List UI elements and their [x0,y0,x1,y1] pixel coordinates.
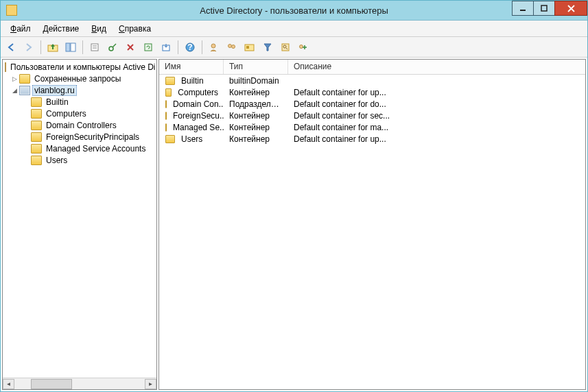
folder-icon [165,123,167,132]
list-body: BuiltinbuiltinDomainComputersКонтейнерDe… [159,75,585,389]
close-button[interactable] [554,1,587,16]
delete-icon [126,42,135,52]
toolbar-separator [202,40,202,54]
list-row[interactable]: Managed Se...КонтейнерDefault container … [159,121,585,133]
tree-domain[interactable]: ◢ vlanblog.ru [3,84,156,96]
tree-child[interactable]: Computers [3,108,156,119]
cell-name-text: Domain Con... [173,99,224,109]
folder-icon [165,135,175,143]
toolbar-new-user[interactable] [207,40,222,55]
toolbar: ? [1,37,587,58]
toolbar-nav-forward[interactable] [21,40,36,55]
tree-child-label: Users [44,156,69,165]
folder-icon [31,97,42,107]
toolbar-help[interactable]: ? [183,40,198,55]
tree-saved-queries[interactable]: ▷ Сохраненные запросы [3,73,156,84]
tree-child-label: Managed Service Accounts [44,144,148,154]
expander-collapsed-icon[interactable]: ▷ [10,75,19,83]
cell-type: builtinDomain [224,76,288,86]
tree-child[interactable]: Domain Controllers [3,119,156,131]
toolbar-up-level[interactable] [45,40,60,55]
toolbar-delete[interactable] [123,40,138,55]
toolbar-nav-back[interactable] [3,40,19,55]
menu-view[interactable]: Вид [86,22,112,36]
cell-type: Контейнер [224,88,288,97]
toolbar-separator [40,40,41,54]
minimize-icon [519,5,526,12]
cell-name: Domain Con... [159,99,224,109]
toolbar-export[interactable] [158,40,174,55]
toolbar-new-group[interactable] [224,40,239,55]
expander-expanded-icon[interactable]: ◢ [10,86,19,95]
maximize-button[interactable] [533,1,555,16]
close-icon [567,5,575,12]
cell-name-text: Computers [178,88,218,97]
folder-icon [165,77,175,85]
list-row[interactable]: ForeignSecu...КонтейнерDefault container… [159,110,585,121]
toolbar-filter[interactable] [260,40,275,55]
svg-rect-0 [520,10,526,11]
tree-hscrollbar[interactable]: ◄ ► [3,378,156,389]
folder-icon [31,156,42,165]
tree-child[interactable]: ForeignSecurityPrincipals [3,131,156,143]
up-level-icon [47,42,58,52]
add-to-group-icon [298,42,309,52]
menu-action[interactable]: Действие [38,22,85,36]
cell-name-text: ForeignSecu... [173,111,224,121]
list-row[interactable]: UsersКонтейнерDefault container for up..… [159,133,585,145]
domain-icon [19,86,30,95]
folder-icon [19,74,30,84]
nav-back-icon [6,42,16,52]
menu-help[interactable]: Справка [113,22,156,36]
toolbar-show-hide-tree[interactable] [63,40,78,55]
list-row[interactable]: Domain Con...ПодразделениеDefault contai… [159,98,585,110]
toolbar-cut[interactable] [87,40,102,55]
svg-rect-22 [282,44,289,51]
list-row[interactable]: BuiltinbuiltinDomain [159,75,585,86]
toolbar-add-to-group[interactable] [296,40,311,55]
show-hide-tree-icon [65,42,76,52]
cell-type: Контейнер [224,123,288,132]
window-controls [513,1,587,16]
tree-child[interactable]: Builtin [3,96,156,108]
tree-child[interactable]: Users [3,154,156,166]
tree-child-label: Domain Controllers [44,121,119,130]
toolbar-properties[interactable] [105,40,120,55]
new-group-icon [226,42,237,52]
toolbar-refresh[interactable] [141,40,156,55]
column-header-type[interactable]: Тип [224,60,288,74]
column-header-description[interactable]: Описание [288,60,585,74]
toolbar-separator [178,40,178,54]
folder-icon [31,109,42,119]
svg-point-25 [300,45,303,48]
column-header-name[interactable]: Имя [159,60,224,74]
cell-name: Managed Se... [159,123,224,132]
tree-child-label: Computers [44,109,89,119]
tree-domain-label: vlanblog.ru [32,85,77,96]
new-user-icon [209,42,219,52]
toolbar-find[interactable] [278,40,293,55]
menu-file[interactable]: Файл [5,22,36,36]
svg-rect-5 [66,43,70,51]
minimize-button[interactable] [512,1,534,16]
folder-icon [31,144,42,154]
cell-description: Default container for up... [288,88,585,97]
cell-description: Default container for do... [288,99,585,109]
toolbar-new-ou[interactable] [242,40,257,55]
hscroll-left-button[interactable]: ◄ [3,379,14,389]
window-title: Active Directory - пользователи и компью… [1,5,587,16]
folder-icon [165,88,172,97]
tree-root[interactable]: Пользователи и компьютеры Active Di [3,61,156,73]
cell-name: Users [159,134,224,144]
tree-child[interactable]: Managed Service Accounts [3,143,156,154]
help-icon: ? [185,42,195,52]
cell-type: Подразделение [224,99,288,109]
list-header: Имя Тип Описание [159,60,585,75]
hscroll-right-button[interactable]: ► [145,379,156,389]
hscroll-thumb[interactable] [31,379,72,389]
svg-rect-6 [71,43,75,51]
find-icon [281,42,290,52]
list-row[interactable]: ComputersКонтейнерDefault container for … [159,86,585,98]
svg-rect-20 [245,45,254,51]
tree-body: Пользователи и компьютеры Active Di ▷ Со… [3,60,156,378]
